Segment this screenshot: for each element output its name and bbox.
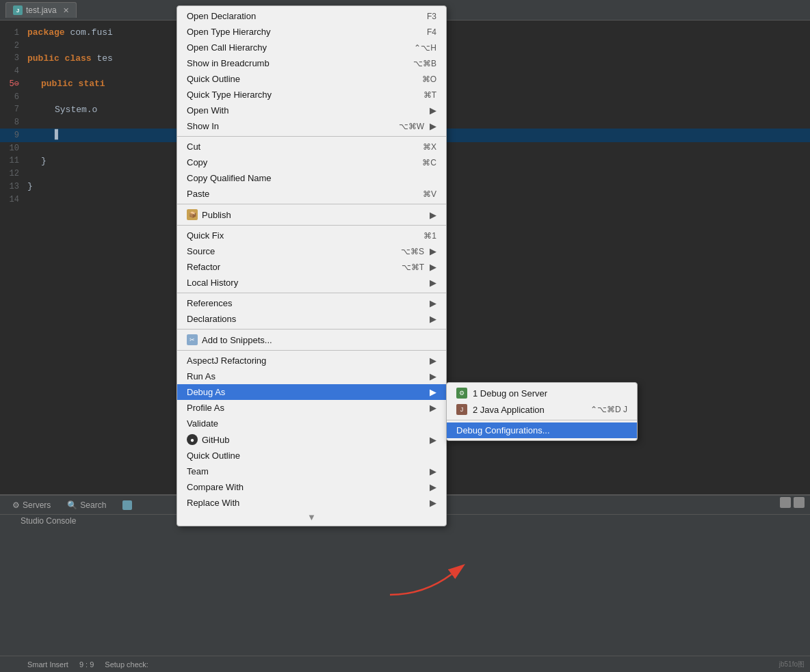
- submenu-debug-configurations[interactable]: Debug Configurations...: [447, 422, 637, 438]
- third-tab[interactable]: [116, 498, 139, 512]
- debug-as-submenu: ⚙ 1 Debug on Server J 2 Java Application…: [446, 382, 638, 441]
- quick-outline2-label: Quick Outline: [187, 451, 436, 461]
- menu-item-quick-fix[interactable]: Quick Fix ⌘1: [177, 228, 446, 243]
- source-shortcut: ⌥⌘S: [401, 247, 424, 256]
- bottom-panel-actions: [780, 497, 805, 508]
- search-tab[interactable]: 🔍 Search: [60, 498, 113, 512]
- menu-item-source[interactable]: Source ⌥⌘S ▶: [177, 243, 446, 259]
- menu-item-open-with[interactable]: Open With ▶: [177, 103, 446, 118]
- profile-as-arrow: ▶: [430, 403, 436, 413]
- github-label: GitHub: [202, 435, 424, 445]
- aspectj-arrow: ▶: [430, 355, 436, 366]
- menu-item-show-in[interactable]: Show In ⌥⌘W ▶: [177, 118, 446, 134]
- separator-6: [177, 350, 446, 351]
- menu-item-cut[interactable]: Cut ⌘X: [177, 139, 446, 154]
- status-bar: Smart Insert 9 : 9 Setup check: jb51fo图: [0, 656, 810, 672]
- menu-item-team[interactable]: Team ▶: [177, 463, 446, 479]
- open-call-hierarchy-label: Open Call Hierarchy: [187, 42, 387, 53]
- menu-item-copy[interactable]: Copy ⌘C: [177, 154, 446, 170]
- copy-shortcut: ⌘C: [422, 158, 436, 167]
- debug-configurations-label: Debug Configurations...: [456, 425, 550, 435]
- submenu-java-application[interactable]: J 2 Java Application ⌃⌥⌘D J: [447, 401, 637, 418]
- menu-item-refactor[interactable]: Refactor ⌥⌘T ▶: [177, 259, 446, 275]
- replace-with-label: Replace With: [187, 498, 424, 508]
- tab-close-icon[interactable]: ✕: [63, 6, 69, 15]
- references-arrow: ▶: [430, 298, 436, 308]
- bottom-action-icon-1[interactable]: [780, 497, 791, 508]
- menu-item-publish[interactable]: 📦 Publish ▶: [177, 206, 446, 223]
- profile-as-label: Profile As: [187, 403, 424, 413]
- open-declaration-shortcut: F3: [427, 12, 436, 21]
- search-tab-label: Search: [80, 500, 106, 510]
- menu-item-open-type-hierarchy[interactable]: Open Type Hierarchy F4: [177, 24, 446, 40]
- refactor-label: Refactor: [187, 262, 374, 272]
- menu-item-aspectj-refactoring[interactable]: AspectJ Refactoring ▶: [177, 353, 446, 368]
- aspectj-refactoring-label: AspectJ Refactoring: [187, 355, 424, 366]
- menu-scroll-indicator: ▼: [177, 511, 446, 524]
- cut-label: Cut: [187, 142, 395, 152]
- cut-shortcut: ⌘X: [423, 142, 436, 152]
- separator-3: [177, 225, 446, 226]
- java-application-shortcut: ⌃⌥⌘D J: [577, 405, 627, 414]
- menu-item-quick-outline2[interactable]: Quick Outline: [177, 448, 446, 463]
- local-history-arrow: ▶: [430, 278, 436, 288]
- menu-item-quick-outline[interactable]: Quick Outline ⌘O: [177, 71, 446, 87]
- quick-outline-label: Quick Outline: [187, 74, 395, 84]
- show-in-breadcrumb-shortcut: ⌥⌘B: [413, 59, 436, 68]
- menu-item-debug-as[interactable]: Debug As ▶ ⚙ 1 Debug on Server J 2 Java …: [177, 384, 446, 400]
- menu-item-quick-type-hierarchy[interactable]: Quick Type Hierarchy ⌘T: [177, 87, 446, 103]
- menu-item-github[interactable]: ● GitHub ▶: [177, 431, 446, 448]
- studio-console-label: Studio Console: [21, 516, 76, 526]
- open-declaration-label: Open Declaration: [187, 11, 400, 21]
- team-label: Team: [187, 466, 424, 476]
- menu-item-open-call-hierarchy[interactable]: Open Call Hierarchy ⌃⌥H: [177, 40, 446, 55]
- servers-tab-label: Servers: [23, 500, 51, 510]
- quick-type-hierarchy-shortcut: ⌘T: [423, 90, 436, 100]
- third-tab-icon: [122, 500, 132, 510]
- menu-item-references[interactable]: References ▶: [177, 295, 446, 311]
- open-call-hierarchy-shortcut: ⌃⌥H: [414, 43, 436, 53]
- separator-1: [177, 136, 446, 137]
- java-application-label: 2 Java Application: [473, 405, 545, 415]
- run-as-label: Run As: [187, 371, 424, 381]
- menu-item-declarations[interactable]: Declarations ▶: [177, 311, 446, 327]
- menu-item-local-history[interactable]: Local History ▶: [177, 275, 446, 291]
- submenu-debug-on-server[interactable]: ⚙ 1 Debug on Server: [447, 385, 637, 401]
- menu-item-replace-with[interactable]: Replace With ▶: [177, 495, 446, 511]
- status-setup-check: Setup check:: [105, 660, 148, 669]
- menu-item-profile-as[interactable]: Profile As ▶: [177, 400, 446, 416]
- quick-outline-shortcut: ⌘O: [422, 75, 436, 84]
- java-file-icon: J: [13, 5, 23, 15]
- add-to-snippets-label: Add to Snippets...: [202, 335, 436, 345]
- menu-item-copy-qualified-name[interactable]: Copy Qualified Name: [177, 170, 446, 186]
- menu-item-open-declaration[interactable]: Open Declaration F3: [177, 8, 446, 24]
- open-type-hierarchy-shortcut: F4: [427, 27, 436, 37]
- add-snippet-icon: ✂: [187, 334, 198, 345]
- menu-item-validate[interactable]: Validate: [177, 416, 446, 431]
- show-in-label: Show In: [187, 121, 371, 131]
- status-writable: [5, 659, 16, 670]
- servers-tab-icon: ⚙: [12, 500, 20, 510]
- declarations-arrow: ▶: [430, 314, 436, 324]
- menu-item-paste[interactable]: Paste ⌘V: [177, 186, 446, 202]
- menu-item-compare-with[interactable]: Compare With ▶: [177, 479, 446, 495]
- separator-4: [177, 293, 446, 293]
- publish-icon: 📦: [187, 209, 198, 220]
- menu-item-run-as[interactable]: Run As ▶: [177, 368, 446, 384]
- editor-tab-test-java[interactable]: J test.java ✕: [5, 2, 77, 18]
- menu-item-show-in-breadcrumb[interactable]: Show in Breadcrumb ⌥⌘B: [177, 55, 446, 71]
- source-label: Source: [187, 246, 374, 256]
- show-in-breadcrumb-label: Show in Breadcrumb: [187, 58, 386, 68]
- context-menu: Open Declaration F3 Open Type Hierarchy …: [177, 5, 447, 526]
- github-arrow: ▶: [430, 435, 436, 445]
- status-position: 9 : 9: [79, 660, 94, 669]
- run-as-arrow: ▶: [430, 371, 436, 381]
- bottom-action-icon-2[interactable]: [794, 497, 805, 508]
- source-arrow: ▶: [430, 246, 436, 256]
- debug-as-arrow: ▶: [430, 387, 436, 397]
- paste-label: Paste: [187, 189, 395, 199]
- servers-tab[interactable]: ⚙ Servers: [5, 498, 57, 512]
- publish-arrow: ▶: [430, 210, 436, 220]
- menu-item-add-to-snippets[interactable]: ✂ Add to Snippets...: [177, 332, 446, 348]
- open-type-hierarchy-label: Open Type Hierarchy: [187, 27, 400, 37]
